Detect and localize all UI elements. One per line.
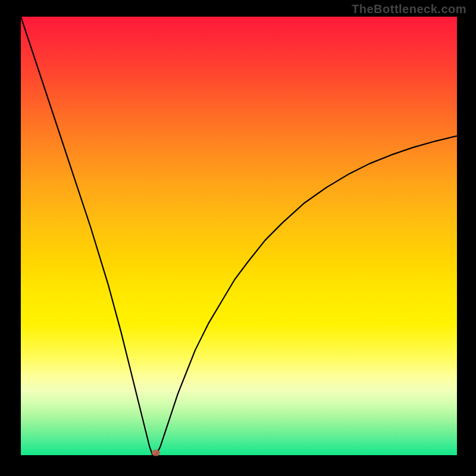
curve-path	[21, 17, 457, 455]
minimum-marker	[152, 450, 160, 456]
watermark-text: TheBottleneck.com	[352, 2, 466, 16]
chart-container: TheBottleneck.com	[0, 0, 476, 476]
curve-svg	[21, 17, 457, 455]
plot-area	[21, 17, 457, 455]
